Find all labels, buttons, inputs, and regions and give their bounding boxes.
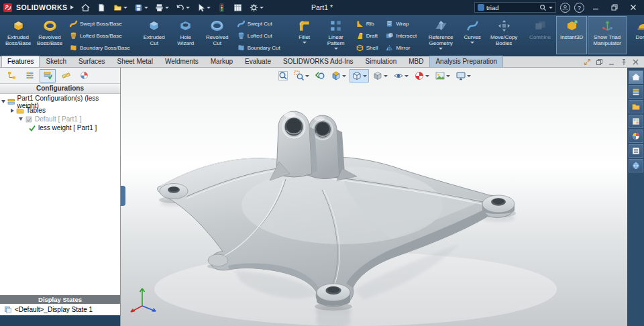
options-gear-button[interactable] <box>247 1 266 13</box>
features-small-column-2: Wrap Intersect Mirror <box>382 16 420 56</box>
feature-manager-tab[interactable] <box>3 69 19 83</box>
move-copy-bodies-button[interactable]: Move/Copy Bodies <box>488 16 519 54</box>
configurations-icon <box>7 98 15 106</box>
display-style-button[interactable] <box>370 69 390 83</box>
lofted-cut-button[interactable]: Lofted Cut <box>233 30 276 42</box>
mirror-button[interactable]: Mirror <box>382 42 413 54</box>
revolved-boss-button[interactable]: Revolved Boss/Base <box>34 16 65 54</box>
menu-expand-arrow-icon[interactable] <box>70 5 74 9</box>
tab-features[interactable]: Features <box>1 56 40 67</box>
search-icon[interactable] <box>539 4 547 11</box>
taskpane-file-explorer-button[interactable] <box>629 100 643 113</box>
tab-solidworks-add-ins[interactable]: SOLIDWORKS Add-Ins <box>277 56 359 67</box>
zoom-fit-button[interactable] <box>276 69 290 83</box>
close-pane-icon[interactable] <box>632 58 639 66</box>
draft-button[interactable]: Draft <box>352 30 381 42</box>
taskpane-design-library-button[interactable] <box>629 85 643 99</box>
taskpane-custom-properties-button[interactable] <box>629 144 643 158</box>
command-manager-ribbon: Extruded Boss/Base Revolved Boss/Base Sw… <box>0 15 644 56</box>
tree-row-less-weight-config[interactable]: less weight [ Part1 ] <box>1 123 119 132</box>
fillet-button[interactable]: Fillet <box>289 16 320 54</box>
dome-button[interactable]: Dome <box>627 16 644 54</box>
linear-pattern-button[interactable]: Linear Pattern <box>321 16 352 54</box>
hide-show-items-button[interactable] <box>391 69 411 83</box>
configuration-manager-tab[interactable] <box>40 69 56 83</box>
print-button[interactable] <box>152 1 171 13</box>
instant3d-button[interactable]: Instant3D <box>556 16 587 54</box>
display-manager-tab[interactable] <box>76 69 92 83</box>
tab-surfaces[interactable]: Surfaces <box>72 56 111 67</box>
close-button[interactable] <box>626 1 641 13</box>
restore-pane-icon[interactable] <box>596 58 603 66</box>
user-account-button[interactable] <box>560 3 570 13</box>
boundary-boss-button[interactable]: Boundary Boss/Base <box>66 42 133 54</box>
search-input[interactable]: triad <box>474 2 556 13</box>
tab-simulation[interactable]: Simulation <box>360 56 403 67</box>
previous-view-button[interactable] <box>313 69 327 83</box>
select-arrow-button[interactable] <box>194 1 213 13</box>
tab-markup[interactable]: Markup <box>205 56 239 67</box>
combine-button[interactable]: Combine <box>525 16 555 54</box>
apply-scene-button[interactable] <box>433 69 452 83</box>
open-button[interactable] <box>111 1 129 13</box>
design-table-button[interactable] <box>231 1 245 13</box>
tab-analysis-preparation[interactable]: Analysis Preparation <box>429 56 503 67</box>
swept-boss-button[interactable]: Swept Boss/Base <box>66 18 125 30</box>
show-triad-manipulator-button[interactable]: Show Triad Manipulator <box>588 16 627 54</box>
tree-row-default-config[interactable]: Default [ Part1 ] <box>1 115 119 123</box>
rib-button[interactable]: Rib <box>352 18 378 30</box>
part-model[interactable] <box>121 68 627 326</box>
curves-button[interactable]: Curves <box>457 16 488 54</box>
reference-geometry-label: Reference Geometry <box>427 34 455 46</box>
tab-mbd[interactable]: MBD <box>402 56 429 67</box>
undo-button[interactable] <box>173 1 192 13</box>
tab-sketch[interactable]: Sketch <box>40 56 72 67</box>
undock-expand-icon[interactable] <box>584 58 591 66</box>
home-button[interactable] <box>78 1 93 13</box>
taskpane-home-button[interactable] <box>629 70 643 84</box>
lofted-boss-button[interactable]: Lofted Boss/Base <box>66 30 125 42</box>
rebuild-button[interactable] <box>215 1 229 13</box>
intersect-button[interactable]: Intersect <box>382 30 420 42</box>
revolved-cut-button[interactable]: Revolved Cut <box>202 16 233 54</box>
taskpane-view-palette-button[interactable] <box>629 115 643 128</box>
command-manager-tabs: Features Sketch Surfaces Sheet Metal Wel… <box>0 56 644 68</box>
panel-splitter-handle[interactable] <box>121 186 125 206</box>
search-scope-icon[interactable] <box>478 4 484 11</box>
hole-wizard-button[interactable]: Hole Wizard <box>170 16 201 54</box>
tab-weldments[interactable]: Weldments <box>159 56 205 67</box>
boundary-cut-button[interactable]: Boundary Cut <box>233 42 284 54</box>
wrap-button[interactable]: Wrap <box>382 18 412 30</box>
dimxpert-manager-tab[interactable] <box>58 69 74 83</box>
tree-row-configurations-root[interactable]: Part1 Configuration(s) (less weight) <box>1 97 119 106</box>
minimize-button[interactable] <box>588 1 603 13</box>
new-document-button[interactable] <box>95 1 109 13</box>
reference-geometry-button[interactable]: Reference Geometry <box>425 16 456 54</box>
taskpane-resources-button[interactable] <box>629 159 643 172</box>
extruded-boss-button[interactable]: Extruded Boss/Base <box>3 16 34 54</box>
expand-arrow-icon[interactable] <box>11 109 14 113</box>
zoom-area-button[interactable] <box>292 69 311 83</box>
task-pane <box>627 68 644 326</box>
view-orientation-button[interactable] <box>350 69 369 83</box>
minimize-pane-icon[interactable] <box>608 58 615 66</box>
graphics-viewport[interactable] <box>121 68 627 326</box>
shell-button[interactable]: Shell <box>352 42 382 54</box>
view-settings-button[interactable] <box>453 69 473 83</box>
search-dropdown-arrow[interactable] <box>549 7 553 9</box>
property-manager-tab[interactable] <box>21 69 38 83</box>
extruded-cut-button[interactable]: Extruded Cut <box>139 16 170 54</box>
display-state-row[interactable]: <Default>_Display State 1 <box>0 304 120 315</box>
section-view-button[interactable] <box>329 69 348 83</box>
tab-sheet-metal[interactable]: Sheet Metal <box>111 56 159 67</box>
expand-arrow-icon[interactable] <box>19 117 23 121</box>
edit-appearance-button[interactable] <box>412 69 431 83</box>
tab-evaluate[interactable]: Evaluate <box>239 56 277 67</box>
help-button[interactable]: ? <box>574 3 584 13</box>
taskpane-appearances-button[interactable] <box>629 129 643 143</box>
save-button[interactable] <box>131 1 150 13</box>
restore-button[interactable] <box>607 1 622 13</box>
pin-icon[interactable] <box>620 58 627 66</box>
expand-arrow-icon[interactable] <box>1 100 5 103</box>
swept-cut-button[interactable]: Swept Cut <box>233 18 276 30</box>
